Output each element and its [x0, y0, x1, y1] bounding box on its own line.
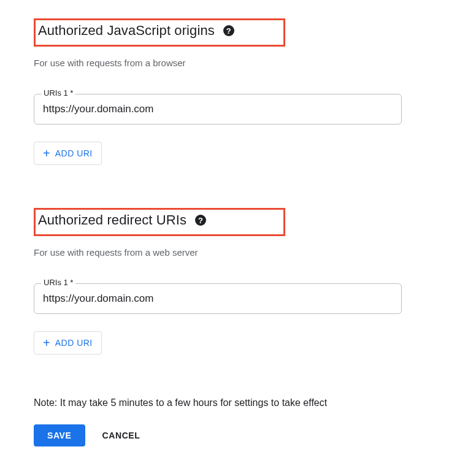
add-uri-label: ADD URI: [55, 338, 93, 348]
cancel-button[interactable]: CANCEL: [102, 431, 140, 440]
uri-field-label: URIs 1 *: [41, 278, 75, 287]
redirect-uris-subtext: For use with requests from a web server: [34, 247, 442, 258]
js-origins-subtext: For use with requests from a browser: [34, 58, 442, 68]
js-origins-heading: Authorized JavaScript origins: [38, 23, 215, 39]
redirect-uris-heading-highlight: Authorized redirect URIs ?: [34, 208, 285, 236]
add-js-origin-uri-button[interactable]: + ADD URI: [34, 142, 102, 165]
redirect-uri-field: URIs 1 *: [34, 283, 402, 314]
help-icon[interactable]: ?: [223, 25, 234, 36]
plus-icon: +: [43, 147, 50, 159]
js-origins-section: Authorized JavaScript origins ? For use …: [34, 18, 442, 165]
uri-field-label: URIs 1 *: [41, 88, 75, 98]
help-icon[interactable]: ?: [195, 215, 206, 226]
js-origins-heading-highlight: Authorized JavaScript origins ?: [34, 18, 285, 47]
action-bar: SAVE CANCEL: [34, 424, 442, 446]
redirect-uri-input[interactable]: [34, 283, 402, 314]
add-uri-label: ADD URI: [55, 148, 93, 158]
settings-delay-note: Note: It may take 5 minutes to a few hou…: [34, 397, 442, 408]
save-button[interactable]: SAVE: [34, 424, 85, 446]
redirect-uris-heading: Authorized redirect URIs: [38, 212, 186, 228]
redirect-uris-section: Authorized redirect URIs ? For use with …: [34, 208, 442, 354]
js-origins-uri-field: URIs 1 *: [34, 94, 402, 124]
add-redirect-uri-button[interactable]: + ADD URI: [34, 331, 102, 354]
js-origins-uri-input[interactable]: [34, 94, 402, 124]
plus-icon: +: [43, 337, 50, 349]
